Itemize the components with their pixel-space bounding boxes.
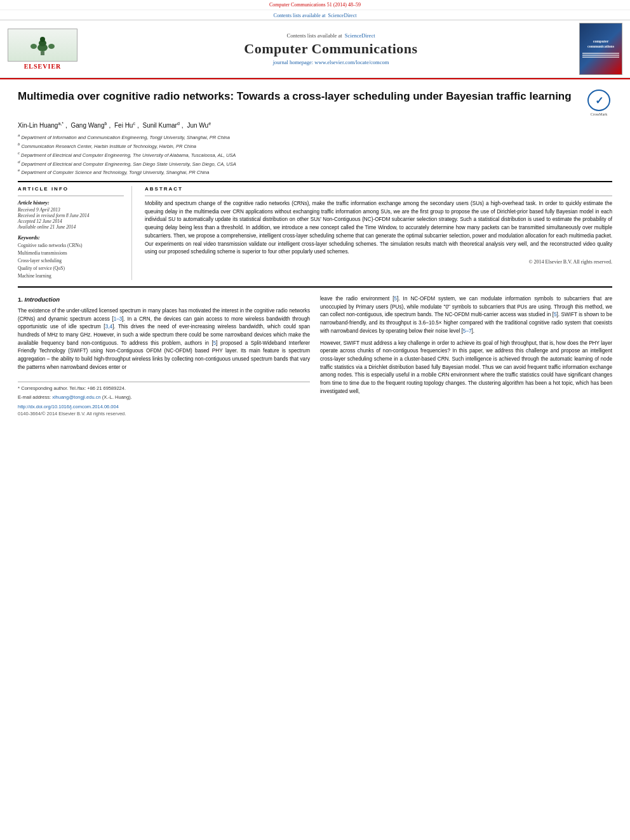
elsevier-text: ELSEVIER xyxy=(24,63,62,70)
journal-header: Contents lists available at ScienceDirec… xyxy=(0,10,630,79)
body-content: 1. Introduction The existence of the und… xyxy=(18,295,612,418)
affil-5: e Department of Computer Science and Tec… xyxy=(18,168,612,176)
article-info-abstract: ARTICLE INFO Article history: Received 9… xyxy=(18,186,612,280)
svg-point-3 xyxy=(40,37,45,42)
ref-link-1-3[interactable]: 1–3 xyxy=(114,316,123,322)
affil-2: b Communication Research Center, Harbin … xyxy=(18,142,612,150)
keyword-1: Cognitive radio networks (CRNs) xyxy=(18,242,124,250)
date-online: Available online 21 June 2014 xyxy=(18,224,124,230)
keyword-3: Cross-layer scheduling xyxy=(18,257,124,265)
crossmark-label: CrossMark xyxy=(591,112,608,116)
date-accepted: Accepted 12 June 2014 xyxy=(18,218,124,224)
contents-label-2: Contents lists available at xyxy=(286,32,342,39)
abstract-copyright: © 2014 Elsevier B.V. All rights reserved… xyxy=(145,259,612,265)
affil-3: c Department of Electrical and Computer … xyxy=(18,150,612,159)
author-5: Jun Wue xyxy=(187,122,211,129)
crossmark-badge: ✓ CrossMark xyxy=(586,90,612,116)
affiliations: a Department of Information and Communic… xyxy=(18,133,612,176)
elsevier-logo-area: ELSEVIER xyxy=(8,29,90,70)
article-title-section: Multimedia over cognitive radio networks… xyxy=(18,87,612,116)
crossmark-icon: ✓ xyxy=(587,90,610,111)
divider-thick xyxy=(18,181,612,182)
keywords-label: Keywords: xyxy=(18,235,124,241)
author-3: Fei Huc xyxy=(114,122,135,129)
abstract-text: Mobility and spectrum change of the cogn… xyxy=(145,200,612,257)
intro-paragraph-2: leave the radio environment [5]. In NC-O… xyxy=(320,295,612,336)
email-link[interactable]: xlhuang@tongji.edu.cn xyxy=(52,394,100,400)
keyword-4: Quality of service (QoS) xyxy=(18,265,124,272)
footnote-corresponding: * Corresponding author. Tel./fax: +86 21… xyxy=(18,385,310,392)
page-footer: * Corresponding author. Tel./fax: +86 21… xyxy=(18,382,310,418)
volume-text: Computer Communications 51 (2014) 48–59 xyxy=(269,2,361,8)
contents-line: Contents lists available at ScienceDirec… xyxy=(90,32,572,39)
journal-top-bar: Contents lists available at ScienceDirec… xyxy=(0,10,630,20)
history-label: Article history: xyxy=(18,200,124,206)
svg-point-4 xyxy=(30,44,37,49)
abstract-heading: ABSTRACT xyxy=(145,186,612,192)
ref-link-5b[interactable]: 5 xyxy=(394,296,398,302)
article-info-heading: ARTICLE INFO xyxy=(18,186,124,192)
ref-link-5[interactable]: 5 xyxy=(213,340,217,346)
doi-line: http://dx.doi.org/10.1016/j.comcom.2014.… xyxy=(18,403,310,411)
body-col-left: 1. Introduction The existence of the und… xyxy=(18,295,310,418)
sciencedirect-link[interactable]: ScienceDirect xyxy=(328,13,357,18)
footnote-email: E-mail address: xlhuang@tongji.edu.cn (X… xyxy=(18,394,310,401)
author-2: Gang Wangb xyxy=(71,122,107,129)
article-info-col: ARTICLE INFO Article history: Received 9… xyxy=(18,186,132,280)
authors-line: Xin-Lin Huanga,*, Gang Wangb, Fei Huc, S… xyxy=(18,121,612,129)
ref-link-3-4[interactable]: 3,4 xyxy=(105,324,112,330)
affil-4: d Department of Electrical and Computer … xyxy=(18,159,612,168)
author-4: Sunil Kumard xyxy=(142,122,179,129)
ref-link-5c[interactable]: 5 xyxy=(554,312,557,317)
divider-info-1 xyxy=(18,196,124,196)
abstract-col: ABSTRACT Mobility and spectrum change of… xyxy=(145,186,612,280)
section1-title: 1. Introduction xyxy=(18,295,310,305)
homepage-link[interactable]: journal homepage: www.elsevier.com/locat… xyxy=(273,59,389,65)
article-dates: Article history: Received 9 April 2013 R… xyxy=(18,200,124,230)
date-revised: Received in revised form 8 June 2014 xyxy=(18,213,124,218)
intro-paragraph-3: However, SWIFT must address a key challe… xyxy=(320,340,612,396)
keywords-list: Cognitive radio networks (CRNs) Multimed… xyxy=(18,242,124,280)
svg-rect-0 xyxy=(41,51,44,55)
body-col-right: leave the radio environment [5]. In NC-O… xyxy=(320,295,612,418)
divider-abstract xyxy=(145,196,612,196)
journal-title: Computer Communications xyxy=(90,41,572,57)
ref-link-5-7[interactable]: 5–7 xyxy=(463,328,472,334)
volume-bar: Computer Communications 51 (2014) 48–59 xyxy=(0,0,630,10)
contents-label: Contents lists available at xyxy=(274,13,326,18)
article-main: Multimedia over cognitive radio networks… xyxy=(0,79,630,425)
keyword-5: Machine learning xyxy=(18,272,124,280)
affil-1: a Department of Information and Communic… xyxy=(18,133,612,141)
intro-paragraph-1: The existence of the under-utilized lice… xyxy=(18,307,310,372)
doi-link[interactable]: http://dx.doi.org/10.1016/j.comcom.2014.… xyxy=(18,404,119,410)
journal-homepage: journal homepage: www.elsevier.com/locat… xyxy=(90,59,572,65)
elsevier-tree-icon xyxy=(23,34,62,56)
journal-cover-image: computercommunications xyxy=(579,23,622,75)
article-title: Multimedia over cognitive radio networks… xyxy=(18,90,578,103)
journal-banner: ELSEVIER Contents lists available at Sci… xyxy=(0,20,630,78)
keyword-2: Multimedia transmissions xyxy=(18,250,124,257)
section-number: 1. xyxy=(18,296,23,303)
elsevier-logo-image xyxy=(8,29,77,62)
date-received: Received 9 April 2013 xyxy=(18,207,124,213)
sciencedirect-link-2[interactable]: ScienceDirect xyxy=(345,32,375,39)
journal-banner-center: Contents lists available at ScienceDirec… xyxy=(90,32,572,65)
author-1: Xin-Lin Huanga,* xyxy=(18,122,64,129)
journal-cover-area: computercommunications xyxy=(572,23,622,75)
elsevier-logo: ELSEVIER xyxy=(8,29,77,70)
footer-copyright: 0140-3664/© 2014 Elsevier B.V. All right… xyxy=(18,410,310,418)
divider-body xyxy=(18,286,612,288)
svg-point-5 xyxy=(48,44,55,49)
